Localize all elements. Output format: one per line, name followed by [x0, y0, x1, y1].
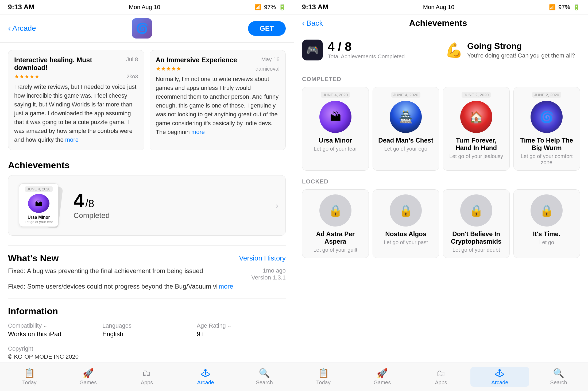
review-more-2[interactable]: more: [191, 129, 205, 135]
achievements-total-count: 4 / 8: [328, 40, 405, 53]
turn-forever-name: Turn Forever, Hand In Hand: [448, 137, 505, 152]
tab-search-label-right: Search: [550, 379, 567, 386]
today-icon-left: 📋: [24, 368, 35, 378]
review-author-2: damicoval: [256, 66, 280, 72]
achievement-card-ad-astra[interactable]: 🔒 Ad Astra Per Aspera Let go of your gui…: [302, 189, 369, 258]
its-time-lock-circle: 🔒: [531, 194, 563, 227]
arcade-icon-right: 🕹: [495, 368, 504, 378]
lock-icon-2: 🔒: [399, 204, 413, 217]
get-button[interactable]: GET: [248, 21, 286, 36]
tab-today-label-left: Today: [22, 379, 36, 386]
battery-icon-left: 🔋: [278, 4, 286, 11]
locked-section-label: LOCKED: [302, 178, 580, 185]
achievement-preview-sub: Let go of your fear: [25, 220, 53, 224]
tab-arcade-label-left: Arcade: [197, 379, 214, 386]
compatibility-chevron-icon: ⌄: [43, 323, 47, 329]
update-date-1: 1mo ago: [252, 267, 286, 274]
copyright-value: © KO-OP MODE INC 2020: [8, 353, 286, 360]
dead-mans-chest-sub: Let go of your ego: [384, 146, 427, 152]
back-to-arcade-button[interactable]: ‹ Arcade: [8, 24, 36, 33]
languages-item: Languages English: [102, 322, 191, 338]
dead-mans-chest-name: Dead Man's Chest: [378, 137, 433, 144]
tab-apps-label-left: Apps: [141, 379, 153, 386]
nostos-algos-name: Nostos Algos: [385, 230, 426, 238]
nostos-algos-lock-circle: 🔒: [390, 194, 422, 227]
achievement-card-nostos-algos[interactable]: 🔒 Nostos Algos Let go of your past: [373, 189, 439, 258]
its-time-sub: Let go: [539, 239, 554, 246]
achievement-card-dead-mans-chest[interactable]: JUNE 4, 2020 🏯 Dead Man's Chest Let go o…: [373, 87, 439, 171]
apps-icon-left: 🗂: [142, 368, 151, 378]
back-label-right: Back: [306, 19, 323, 28]
update-more-link[interactable]: more: [219, 283, 233, 290]
battery-left: 97%: [264, 4, 276, 11]
dead-mans-chest-img: 🏯: [390, 101, 422, 133]
going-strong-sub: You're doing great! Can you get them all…: [467, 52, 575, 59]
ursa-minor-img: 🏔: [319, 101, 351, 133]
tab-arcade-label-right: Arcade: [491, 379, 508, 386]
review-date-2: May 16: [261, 56, 280, 63]
ad-astra-sub: Let go of your guilt: [313, 247, 357, 253]
tab-search-label-left: Search: [256, 379, 273, 386]
achievement-preview-name: Ursa Minor: [28, 215, 50, 220]
cryptophasmids-lock-circle: 🔒: [460, 194, 492, 227]
age-rating-value: 9+: [197, 330, 286, 338]
achievement-card-turn-forever[interactable]: JUNE 2, 2020 🏠 Turn Forever, Hand In Han…: [443, 87, 510, 171]
turn-forever-img: 🏠: [460, 101, 492, 133]
turn-forever-date: JUNE 2, 2020: [462, 92, 491, 98]
tab-apps-left[interactable]: 🗂 Apps: [118, 368, 176, 386]
achievement-card-ursa-minor[interactable]: JUNE 4, 2020 🏔 Ursa Minor Let go of your…: [302, 87, 369, 171]
tab-games-right[interactable]: 🚀 Games: [353, 368, 412, 386]
date-right: Mon Aug 10: [423, 4, 454, 11]
compatibility-label: Compatibility: [8, 322, 42, 329]
achievements-preview-card[interactable]: JUNE 4, 2020 🏔 Ursa Minor Let go of your…: [8, 175, 286, 236]
tab-games-label-left: Games: [79, 379, 96, 386]
back-chevron-right-icon: ‹: [302, 19, 305, 28]
cryptophasmids-name: Don't Believe In Cryptophasmids: [448, 230, 505, 245]
ad-astra-name: Ad Astra Per Aspera: [307, 230, 364, 245]
nostos-algos-sub: Let go of your past: [384, 239, 428, 246]
completed-section-label: COMPLETED: [302, 76, 580, 83]
review-card-2: An Immersive Experience May 16 ★★★★★ dam…: [150, 50, 286, 150]
tab-today-right[interactable]: 📋 Today: [294, 368, 353, 386]
achievements-section-title: Achievements: [8, 160, 286, 170]
languages-value: English: [102, 330, 191, 338]
big-wurm-name: Time To Help The Big Wurm: [519, 137, 575, 152]
review-date-1: Jul 8: [126, 56, 138, 63]
apps-icon-right: 🗂: [436, 368, 446, 378]
review-body-2: Normally, I'm not one to write reviews a…: [156, 75, 280, 136]
big-wurm-sub: Let go of your comfort zone: [519, 153, 575, 166]
tab-games-left[interactable]: 🚀 Games: [59, 368, 118, 386]
tab-search-right[interactable]: 🔍 Search: [529, 368, 588, 386]
its-time-name: It's Time.: [533, 230, 560, 238]
age-rating-chevron-icon: ⌄: [227, 323, 231, 329]
achievement-card-cryptophasmids[interactable]: 🔒 Don't Believe In Cryptophasmids Let go…: [443, 189, 510, 258]
wifi-icon-right: 📶: [549, 4, 556, 10]
achievement-date-label: JUNE 4, 2020: [25, 186, 52, 192]
turn-forever-sub: Let go of your jealousy: [449, 153, 503, 159]
app-icon: 🌀: [132, 18, 152, 39]
back-button-right[interactable]: ‹ Back: [302, 19, 323, 28]
tab-arcade-right[interactable]: 🕹 Arcade: [470, 367, 529, 387]
compatibility-value: Works on this iPad: [8, 330, 97, 338]
achievement-card-big-wurm[interactable]: JUNE 2, 2020 🌀 Time To Help The Big Wurm…: [513, 87, 580, 171]
achievement-preview-img: 🏔: [28, 194, 49, 213]
achievements-summary-icon: 🎮: [302, 40, 323, 60]
wifi-icon-left: 📶: [255, 4, 261, 10]
tab-apps-right[interactable]: 🗂 Apps: [412, 368, 470, 386]
lock-icon-3: 🔒: [469, 204, 483, 217]
battery-icon-right: 🔋: [573, 4, 580, 11]
age-rating-label: Age Rating: [197, 322, 226, 329]
achievement-card-its-time[interactable]: 🔒 It's Time. Let go: [513, 189, 580, 258]
review-more-1[interactable]: more: [65, 136, 79, 143]
languages-label: Languages: [102, 322, 131, 329]
achievements-total-label: Total Achievements Completed: [328, 53, 405, 60]
whats-new-title: What's New: [8, 253, 59, 263]
version-history-link[interactable]: Version History: [239, 254, 286, 262]
tab-arcade-left[interactable]: 🕹 Arcade: [176, 368, 235, 386]
tab-search-left[interactable]: 🔍 Search: [235, 368, 294, 386]
arcade-icon-left: 🕹: [201, 368, 210, 378]
ad-astra-lock-circle: 🔒: [319, 194, 351, 227]
tab-today-left[interactable]: 📋 Today: [0, 368, 59, 386]
age-rating-item[interactable]: Age Rating ⌄ 9+: [197, 322, 286, 338]
compatibility-item[interactable]: Compatibility ⌄ Works on this iPad: [8, 322, 97, 338]
